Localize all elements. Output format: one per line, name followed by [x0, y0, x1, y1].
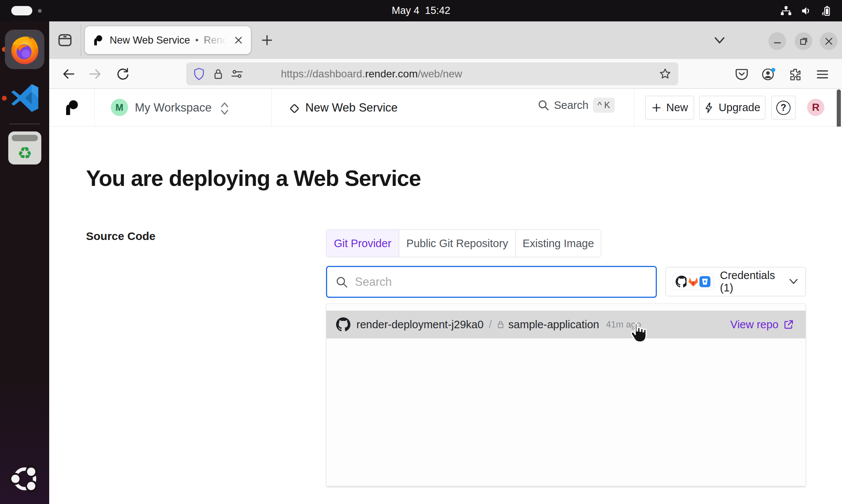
menu-hamburger-icon[interactable] — [816, 69, 829, 80]
header-divider — [271, 89, 272, 126]
search-shortcut: ^ K — [593, 98, 615, 113]
plus-icon — [651, 103, 662, 113]
dock-item-show-apps[interactable] — [8, 462, 42, 496]
search-icon — [335, 276, 348, 288]
tab-bar: New Web Service • Rend — [49, 21, 842, 59]
forward-icon[interactable] — [89, 67, 102, 81]
external-link-icon — [783, 319, 794, 330]
view-repo-link[interactable]: View repo — [730, 318, 794, 331]
firefox-view-icon[interactable] — [57, 33, 72, 48]
lightning-icon — [704, 102, 714, 113]
service-diamond-icon — [288, 102, 301, 115]
firefox-icon — [9, 33, 41, 66]
header-divider — [634, 89, 634, 126]
credential-provider-icons — [673, 273, 714, 290]
tab-git-provider[interactable]: Git Provider — [326, 230, 399, 257]
render-app-header: M My Workspace New Web Service Search ^ … — [49, 89, 842, 127]
tab-separator — [81, 24, 81, 57]
dock-divider — [9, 124, 40, 124]
repo-owner: render-deployment-j29ka0 — [356, 318, 484, 331]
tab-public-git-repository[interactable]: Public Git Repository — [399, 230, 516, 257]
dock-item-trash[interactable]: ♻ — [8, 131, 41, 164]
new-tab-button[interactable] — [260, 33, 274, 47]
back-icon[interactable] — [62, 67, 75, 81]
workspace-name[interactable]: My Workspace — [135, 101, 211, 115]
new-button-label: New — [666, 101, 688, 114]
tab-title-site: Rend — [204, 35, 228, 46]
render-logo[interactable] — [49, 89, 95, 126]
source-code-label: Source Code — [86, 230, 155, 243]
reload-icon[interactable] — [116, 67, 129, 81]
system-top-bar: May 4 15:42 — [0, 0, 842, 21]
tab-close-icon[interactable] — [234, 35, 243, 45]
page-content: You are deploying a Web Service Source C… — [49, 127, 842, 504]
global-search[interactable]: Search ^ K — [537, 98, 615, 113]
repo-search-field[interactable] — [326, 266, 657, 298]
upgrade-button-label: Upgrade — [718, 101, 760, 114]
chevron-down-icon — [788, 278, 799, 285]
tracking-shield-icon[interactable] — [193, 68, 205, 80]
system-tray[interactable] — [780, 0, 832, 21]
lock-icon[interactable] — [213, 68, 224, 80]
user-avatar[interactable]: R — [807, 99, 824, 116]
workspace-switcher-icon[interactable] — [219, 101, 230, 116]
search-label: Search — [554, 99, 588, 112]
source-tabs: Git Provider Public Git Repository Exist… — [326, 229, 601, 257]
workspace-avatar[interactable]: M — [111, 99, 128, 116]
private-lock-icon — [496, 320, 505, 329]
repo-list-panel: render-deployment-j29ka0 / sample-applic… — [326, 303, 806, 486]
repo-separator: / — [489, 318, 492, 331]
extensions-puzzle-icon[interactable] — [789, 68, 802, 81]
question-icon: ? — [776, 101, 791, 115]
tab-existing-image[interactable]: Existing Image — [516, 230, 601, 257]
pocket-icon[interactable] — [735, 68, 748, 81]
render-favicon — [92, 35, 104, 46]
battery-icon — [821, 5, 832, 17]
mouse-cursor-pointer — [628, 321, 650, 345]
breadcrumb-page-title: New Web Service — [305, 101, 398, 115]
credentials-label: Credentials (1) — [720, 269, 788, 294]
search-icon — [537, 99, 549, 111]
minimize-button[interactable] — [768, 32, 786, 50]
dock: ♻ — [0, 21, 49, 504]
ubuntu-icon — [8, 462, 42, 496]
restore-button[interactable] — [795, 32, 812, 50]
new-button[interactable]: New — [645, 96, 694, 119]
url-text[interactable]: https://dashboard.render.com/web/new — [281, 68, 462, 80]
active-tab[interactable]: New Web Service • Rend — [85, 26, 251, 54]
tab-title-dot: • — [195, 35, 198, 45]
repo-name: sample-application — [509, 318, 599, 331]
credentials-dropdown[interactable]: Credentials (1) — [665, 267, 806, 296]
close-window-button[interactable] — [820, 32, 837, 50]
trash-lid — [12, 135, 38, 141]
view-repo-label: View repo — [730, 318, 779, 331]
upgrade-button[interactable]: Upgrade — [699, 96, 765, 119]
volume-icon — [801, 5, 812, 17]
system-clock[interactable]: May 4 15:42 — [0, 0, 842, 21]
network-icon — [780, 5, 792, 17]
github-icon — [336, 317, 350, 332]
browser-window: New Web Service • Rend — [49, 21, 842, 504]
vscode-icon — [8, 81, 41, 115]
dock-item-vscode[interactable] — [8, 80, 42, 116]
url-bar[interactable]: https://dashboard.render.com/web/new — [186, 62, 678, 85]
permissions-icon[interactable] — [231, 68, 243, 80]
account-icon[interactable] — [761, 67, 776, 81]
dock-item-firefox[interactable] — [5, 30, 44, 69]
page-heading: You are deploying a Web Service — [86, 166, 421, 191]
browser-toolbar: https://dashboard.render.com/web/new — [49, 59, 842, 89]
bitbucket-icon — [698, 275, 712, 288]
vscode-running-dot — [2, 96, 7, 101]
tab-title: New Web Service — [110, 35, 190, 46]
help-button[interactable]: ? — [771, 96, 795, 119]
tab-list-chevron-icon[interactable] — [713, 35, 726, 46]
repo-row[interactable]: render-deployment-j29ka0 / sample-applic… — [326, 311, 806, 338]
bookmark-star-icon[interactable] — [659, 68, 671, 80]
repo-search-input[interactable] — [355, 275, 647, 289]
recycle-icon: ♻ — [17, 145, 32, 161]
